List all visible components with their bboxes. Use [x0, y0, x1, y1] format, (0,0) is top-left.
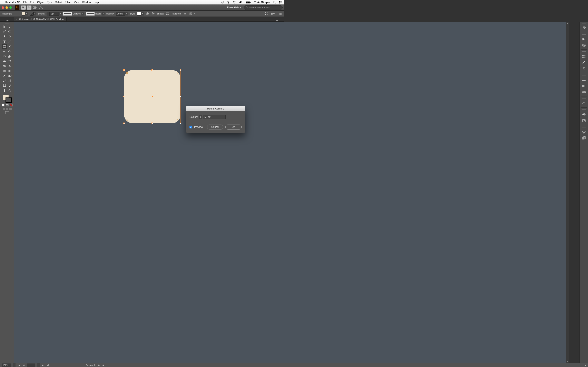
- selection-tool[interactable]: [2, 25, 7, 29]
- window-minimize-icon[interactable]: [6, 6, 8, 9]
- curvature-tool[interactable]: [7, 34, 12, 39]
- gradient-tool[interactable]: [7, 68, 12, 73]
- status-history-icon[interactable]: [221, 1, 224, 4]
- shape-builder-tool[interactable]: [2, 64, 7, 68]
- preview-label[interactable]: Preview: [194, 125, 203, 128]
- menu-type[interactable]: Type: [47, 1, 52, 4]
- eraser-tool[interactable]: [7, 49, 12, 54]
- wifi-icon[interactable]: [233, 1, 236, 3]
- eyedropper-tool[interactable]: [2, 73, 7, 78]
- width-tool[interactable]: [2, 59, 7, 64]
- resize-handle[interactable]: [123, 123, 125, 124]
- rotate-tool[interactable]: [2, 54, 7, 59]
- corner-widget-icon[interactable]: [177, 119, 178, 121]
- cancel-button[interactable]: Cancel: [207, 125, 223, 129]
- column-graph-tool[interactable]: [7, 78, 12, 83]
- menu-help[interactable]: Help: [94, 1, 99, 4]
- search-stock-field[interactable]: Search Adobe Stock: [244, 5, 283, 10]
- right-panel-collapse-grip[interactable]: ▶▶: [270, 19, 284, 21]
- transform-label[interactable]: Transform: [171, 12, 182, 15]
- menu-extras-icon[interactable]: [279, 1, 282, 3]
- radius-stepper[interactable]: ▴▾: [199, 115, 202, 119]
- type-tool[interactable]: [2, 39, 7, 44]
- panel-menu-icon[interactable]: [278, 12, 282, 16]
- stroke-color-icon[interactable]: [6, 98, 12, 103]
- selected-shape[interactable]: [124, 70, 181, 123]
- recolor-artwork-icon[interactable]: [145, 12, 149, 16]
- radius-input[interactable]: 50 px: [203, 115, 226, 119]
- none-mode-icon[interactable]: [10, 104, 13, 106]
- window-zoom-icon[interactable]: [9, 6, 12, 9]
- gpu-preview-icon[interactable]: [39, 5, 43, 10]
- edit-contents-icon[interactable]: [189, 12, 193, 16]
- resize-handle[interactable]: [123, 96, 125, 97]
- corner-widget-icon[interactable]: [126, 119, 128, 121]
- volume-icon[interactable]: [239, 1, 242, 3]
- shape-properties-icon[interactable]: [165, 12, 170, 16]
- menu-file[interactable]: File: [23, 1, 27, 4]
- paintbrush-tool[interactable]: [7, 44, 12, 49]
- stock-button[interactable]: St: [27, 6, 31, 9]
- free-transform-tool[interactable]: [7, 59, 12, 64]
- app-name-menu[interactable]: Illustrator CC: [5, 1, 20, 4]
- scale-tool[interactable]: [7, 54, 12, 59]
- draw-behind-icon[interactable]: [6, 108, 8, 110]
- workspace-switcher[interactable]: Essentials ▾: [227, 6, 241, 9]
- draw-inside-icon[interactable]: [9, 108, 12, 110]
- screen-mode-icon[interactable]: [5, 111, 9, 114]
- menu-effect[interactable]: Effect: [65, 1, 71, 4]
- account-name[interactable]: Train Simple: [254, 1, 270, 4]
- align-to-pixel-icon[interactable]: ▾: [271, 12, 275, 16]
- pen-tool[interactable]: [2, 34, 7, 39]
- snap-to-pixel-icon[interactable]: [264, 12, 268, 16]
- artboard-viewport[interactable]: [28, 22, 265, 177]
- opacity-field[interactable]: 100% ▸: [116, 12, 128, 16]
- lasso-tool[interactable]: [7, 29, 12, 34]
- shaper-tool[interactable]: [2, 49, 7, 54]
- color-mode-icon[interactable]: [2, 104, 4, 106]
- rectangle-tool[interactable]: [2, 44, 7, 49]
- menu-object[interactable]: Object: [37, 1, 44, 4]
- blend-tool[interactable]: [7, 73, 12, 78]
- left-panel-collapse-grip[interactable]: ◀◀: [0, 19, 14, 21]
- align-panel-icon[interactable]: [151, 12, 155, 16]
- graphic-style-swatch[interactable]: ▾: [137, 12, 144, 16]
- zoom-tool[interactable]: [7, 88, 12, 93]
- line-tool[interactable]: [7, 39, 12, 44]
- symbol-sprayer-tool[interactable]: [2, 78, 7, 83]
- battery-icon[interactable]: [246, 1, 251, 3]
- isolate-object-icon[interactable]: [183, 12, 187, 16]
- spotlight-icon[interactable]: [273, 1, 276, 4]
- chevron-down-icon[interactable]: ▾: [194, 13, 195, 15]
- resize-handle[interactable]: [151, 69, 153, 71]
- slice-tool[interactable]: [7, 83, 12, 88]
- hand-tool[interactable]: [2, 88, 7, 93]
- direct-selection-tool[interactable]: [7, 25, 12, 29]
- menu-window[interactable]: Window: [82, 1, 91, 4]
- brush-definition[interactable]: Basic ▾: [86, 12, 104, 16]
- perspective-grid-tool[interactable]: [7, 64, 12, 68]
- bluetooth-icon[interactable]: [227, 1, 229, 4]
- corner-widget-icon[interactable]: [126, 72, 128, 74]
- window-close-icon[interactable]: [2, 6, 4, 9]
- bridge-button[interactable]: Br: [21, 6, 26, 9]
- fill-swatch[interactable]: ▾: [22, 12, 28, 16]
- resize-handle[interactable]: [180, 123, 181, 124]
- resize-handle[interactable]: [151, 123, 153, 124]
- document-tab[interactable]: × Calculator.ai* @ 100% (CMYK/GPU Previe…: [14, 17, 67, 21]
- magic-wand-tool[interactable]: [2, 29, 7, 34]
- menu-edit[interactable]: Edit: [30, 1, 34, 4]
- stroke-weight-field[interactable]: ▴▾ 1 pt ▾: [47, 12, 62, 16]
- ok-button[interactable]: OK: [225, 125, 242, 129]
- menu-view[interactable]: View: [74, 1, 79, 4]
- stroke-swatch[interactable]: ▾: [30, 12, 36, 16]
- window-traffic-lights[interactable]: [2, 6, 12, 9]
- gradient-mode-icon[interactable]: [6, 104, 9, 106]
- tab-close-icon[interactable]: ×: [16, 18, 17, 20]
- draw-normal-icon[interactable]: [3, 108, 5, 110]
- resize-handle[interactable]: [180, 96, 181, 97]
- resize-handle[interactable]: [123, 69, 125, 71]
- menu-select[interactable]: Select: [55, 1, 62, 4]
- arrange-documents-icon[interactable]: ▾: [33, 5, 37, 10]
- variable-width-profile[interactable]: Uniform ▾: [63, 12, 84, 16]
